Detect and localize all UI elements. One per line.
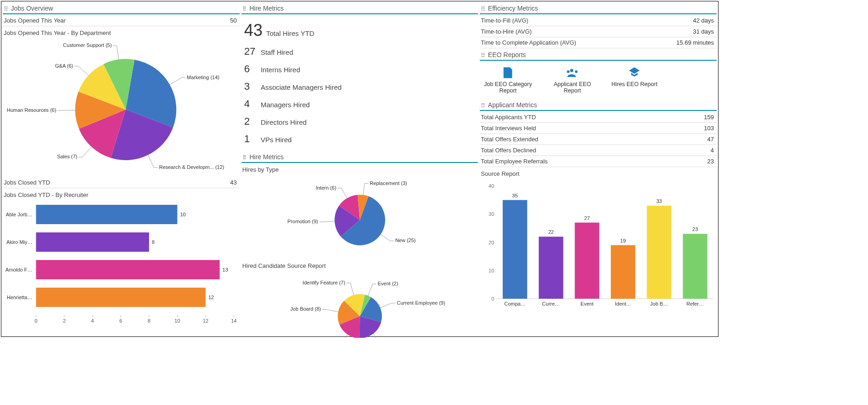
bar[interactable] — [36, 232, 149, 252]
efficiency-title: Efficiency Metrics — [488, 5, 538, 12]
applicant-metrics-title: Applicant Metrics — [488, 101, 537, 109]
bar[interactable] — [36, 288, 206, 307]
jobs-closed-row: Jobs Closed YTD 43 — [3, 177, 240, 188]
applicant-metrics-header[interactable]: Applicant Metrics — [480, 99, 717, 111]
hire-line: 1VPs Hired — [243, 130, 477, 148]
drag-handle-icon[interactable] — [481, 103, 485, 107]
bar-category: Job B… — [650, 301, 668, 307]
hires-by-type-chart[interactable]: New (25)Promotion (9)Intern (6)Replaceme… — [241, 176, 478, 259]
drag-handle-icon[interactable] — [481, 6, 485, 11]
hire-line-label: Associate Managers Hired — [261, 83, 342, 91]
bar[interactable] — [683, 234, 707, 299]
efficiency-row: Time-to-Fill (AVG)42 days — [480, 15, 717, 26]
hire-metrics-header[interactable]: Hire Metrics — [241, 3, 478, 14]
bar[interactable] — [539, 237, 563, 299]
axis-tick: 30 — [489, 211, 494, 217]
pie-label: Identify Feature (7) — [302, 280, 345, 285]
pie-label: Sales (7) — [57, 154, 77, 159]
pie-label: Marketing (14) — [187, 75, 219, 80]
bar[interactable] — [575, 223, 599, 299]
bar-category: Refer… — [687, 301, 704, 307]
axis-tick: 20 — [489, 240, 494, 245]
bar-category: Henrietta… — [7, 295, 33, 300]
metric-label: Time to Complete Application (AVG) — [481, 39, 576, 46]
eeo-report-link[interactable]: Job EEO Category Report — [483, 66, 533, 94]
metric-label: Total Interviews Held — [481, 125, 536, 132]
jobs-by-dept-pie-chart[interactable]: Marketing (14)Research & Developm... (12… — [3, 38, 240, 176]
pie-label: Customer Support (5) — [63, 42, 112, 48]
bar-value: 23 — [692, 226, 698, 232]
drag-handle-icon[interactable] — [4, 6, 8, 11]
hire-line: 2Directors Hired — [243, 113, 477, 130]
hired-source-chart[interactable]: Current Employee (9)Referral (9)Company … — [241, 272, 478, 338]
jobs-closed-by-recruiter-chart[interactable]: 02468101214Able Jorb…10Akiro Miy…8Arnold… — [3, 200, 240, 329]
hire-line-label: Interns Hired — [261, 66, 300, 74]
axis-tick: 10 — [174, 318, 180, 324]
hire-line-number: 2 — [244, 116, 257, 127]
jobs-closed-label: Jobs Closed YTD — [4, 179, 50, 186]
axis-tick: 8 — [148, 318, 150, 324]
pie-label: New (25) — [395, 237, 416, 243]
pie-label: Event (2) — [378, 281, 398, 286]
applicant-row: Total Offers Extended47 — [480, 134, 717, 145]
eeo-title: EEO Reports — [488, 51, 526, 58]
hire-line: 27Staff Hired — [243, 43, 477, 60]
eeo-link-label: Applicant EEO Report — [547, 81, 598, 94]
bar-category: Arnoldo F… — [6, 267, 33, 272]
total-hires-value: 43 — [244, 21, 263, 40]
pie-label: Intern (6) — [316, 185, 336, 191]
total-hires-row: 43 Total Hires YTD — [243, 18, 477, 43]
bar-value: 22 — [548, 229, 554, 235]
efficiency-header[interactable]: Efficiency Metrics — [480, 3, 717, 14]
jobs-opened-by-dept-label: Jobs Opened This Year - By Department — [3, 27, 240, 37]
applicant-row: Total Employee Referrals23 — [480, 156, 717, 167]
bar-value: 10 — [180, 212, 185, 217]
eeo-report-link[interactable]: Applicant EEO Report — [547, 66, 598, 94]
jobs-overview-header[interactable]: Jobs Overview — [3, 3, 240, 14]
pie-label: Current Employee (9) — [397, 300, 445, 306]
drag-handle-icon[interactable] — [242, 6, 247, 11]
eeo-report-link[interactable]: Hires EEO Report — [611, 66, 657, 94]
hire-line-number: 3 — [244, 81, 257, 93]
axis-tick: 12 — [203, 318, 208, 324]
applicant-source-chart[interactable]: 01020304035Compa…22Curre…27Event19Ident…… — [480, 179, 717, 312]
axis-tick: 14 — [231, 318, 236, 324]
hire-metrics-2-header[interactable]: Hire Metrics — [241, 151, 478, 163]
bar-category: Curre… — [542, 301, 560, 307]
drag-handle-icon[interactable] — [481, 53, 485, 57]
bar-value: 19 — [621, 238, 626, 243]
bar[interactable] — [503, 200, 527, 299]
axis-tick: 0 — [492, 296, 494, 301]
pie-label: Research & Developm... (12) — [159, 164, 224, 170]
bar[interactable] — [36, 260, 219, 279]
bar[interactable] — [36, 205, 177, 224]
bar-category: Akiro Miy… — [6, 239, 32, 245]
bar-category: Able Jorb… — [6, 212, 32, 217]
axis-tick: 10 — [489, 268, 494, 273]
applicant-row: Total Applicants YTD159 — [480, 112, 717, 123]
bar-category: Compa… — [505, 301, 526, 307]
column-2: Hire Metrics 43 Total Hires YTD 27Staff … — [241, 3, 478, 338]
axis-tick: 0 — [34, 318, 37, 324]
report-icon — [628, 66, 641, 79]
jobs-opened-row: Jobs Opened This Year 50 — [3, 15, 240, 26]
jobs-closed-by-recruiter-label: Jobs Closed YTD - By Recruiter — [3, 189, 240, 199]
bar-value: 27 — [584, 215, 590, 221]
jobs-opened-label: Jobs Opened This Year — [4, 17, 66, 24]
axis-tick: 6 — [120, 318, 122, 324]
bar-value: 33 — [656, 198, 662, 204]
eeo-link-label: Hires EEO Report — [611, 81, 657, 87]
jobs-overview-title: Jobs Overview — [11, 5, 53, 12]
hire-line-label: VPs Hired — [261, 136, 292, 144]
column-1: Jobs Overview Jobs Opened This Year 50 J… — [3, 3, 240, 338]
metric-value: 42 days — [693, 17, 714, 24]
bar-value: 13 — [223, 267, 228, 272]
drag-handle-icon[interactable] — [242, 155, 247, 159]
metric-value: 103 — [704, 125, 714, 132]
eeo-header[interactable]: EEO Reports — [480, 49, 717, 61]
bar[interactable] — [611, 245, 635, 299]
bar-value: 12 — [208, 295, 214, 300]
hired-candidate-source-label: Hired Candidate Source Report — [241, 260, 478, 272]
metric-label: Time-to-Fill (AVG) — [481, 17, 528, 24]
bar[interactable] — [647, 206, 672, 299]
